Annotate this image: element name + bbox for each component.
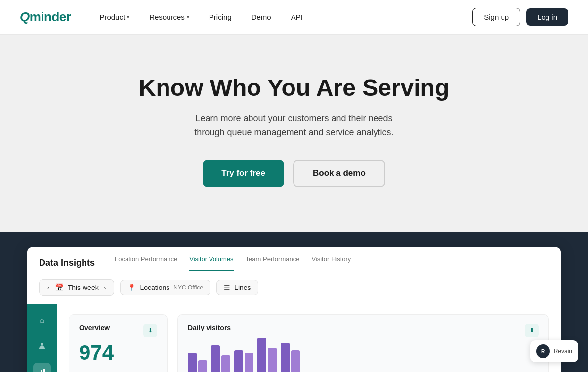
nav-item-resources[interactable]: Resources ▾ bbox=[140, 9, 198, 25]
lines-filter[interactable]: ☰ Lines bbox=[216, 280, 258, 295]
logo[interactable]: Qminder bbox=[20, 9, 71, 25]
bar-purple bbox=[211, 345, 220, 372]
bar-purple bbox=[188, 353, 197, 372]
period-display: 📅 This week bbox=[55, 283, 99, 292]
hero-buttons: Try for free Book a demo bbox=[10, 160, 578, 187]
bar-chart bbox=[188, 345, 539, 372]
sidebar-visitors-icon[interactable] bbox=[33, 337, 51, 355]
dashboard-sidebar: ⌂ bbox=[27, 304, 57, 372]
signup-button[interactable]: Sign up bbox=[472, 8, 520, 26]
revain-logo: R bbox=[536, 344, 550, 358]
bar-violet bbox=[221, 355, 230, 372]
tab-visitor-volumes[interactable]: Visitor Volumes bbox=[189, 255, 233, 271]
sidebar-home-icon[interactable]: ⌂ bbox=[33, 311, 51, 329]
bar-group bbox=[257, 338, 277, 372]
lines-icon: ☰ bbox=[224, 284, 230, 291]
dashboard-main: Overview ⬇ 974 Daily visitors ⬇ bbox=[57, 304, 561, 372]
bar-group bbox=[234, 350, 253, 372]
bar-group bbox=[188, 353, 207, 372]
dashboard-tabs: Location Performance Visitor Volumes Tea… bbox=[115, 255, 351, 271]
tab-visitor-history[interactable]: Visitor History bbox=[311, 255, 351, 271]
bar-purple bbox=[234, 350, 243, 372]
nav-item-api[interactable]: API bbox=[282, 9, 312, 25]
filters-row: ‹ 📅 This week › 📍 Locations NYC Office ☰… bbox=[27, 271, 561, 304]
dashboard-header: Data Insights Location Performance Visit… bbox=[27, 247, 561, 271]
login-button[interactable]: Log in bbox=[526, 8, 568, 26]
hero-heading: Know Who You Are Serving bbox=[10, 74, 578, 101]
tab-team-performance[interactable]: Team Performance bbox=[246, 255, 300, 271]
dashboard-card: Data Insights Location Performance Visit… bbox=[27, 247, 561, 372]
daily-visitors-header: Daily visitors ⬇ bbox=[188, 324, 539, 337]
sidebar-chart-icon[interactable] bbox=[33, 363, 51, 372]
bar-violet bbox=[291, 350, 300, 372]
bar-violet bbox=[268, 348, 277, 372]
dashboard-title: Data Insights bbox=[39, 258, 95, 268]
daily-visitors-card: Daily visitors ⬇ bbox=[177, 314, 549, 372]
navbar: Qminder Product ▾ Resources ▾ Pricing De… bbox=[0, 0, 588, 35]
revain-badge: R Revain bbox=[530, 340, 578, 362]
bar-violet bbox=[198, 360, 207, 372]
overview-download-button[interactable]: ⬇ bbox=[143, 324, 157, 337]
nav-links: Product ▾ Resources ▾ Pricing Demo API bbox=[90, 9, 472, 25]
svg-rect-3 bbox=[43, 369, 45, 372]
chevron-down-icon: ▾ bbox=[127, 14, 129, 20]
next-period-button[interactable]: › bbox=[102, 284, 108, 291]
bar-purple bbox=[257, 338, 266, 372]
tab-location-performance[interactable]: Location Performance bbox=[115, 255, 177, 271]
prev-period-button[interactable]: ‹ bbox=[45, 284, 52, 291]
book-demo-button[interactable]: Book a demo bbox=[293, 160, 385, 187]
bar-purple bbox=[281, 343, 290, 372]
period-filter: ‹ 📅 This week › bbox=[39, 279, 114, 296]
hero-subtext: Learn more about your customers and thei… bbox=[190, 111, 398, 140]
nav-item-pricing[interactable]: Pricing bbox=[200, 9, 241, 25]
svg-point-0 bbox=[41, 343, 43, 346]
bar-violet bbox=[245, 353, 253, 372]
try-for-free-button[interactable]: Try for free bbox=[203, 160, 284, 187]
dashboard-section: Data Insights Location Performance Visit… bbox=[0, 232, 588, 372]
nav-item-demo[interactable]: Demo bbox=[243, 9, 280, 25]
logo-text: Qminder bbox=[20, 9, 71, 25]
hero-section: Know Who You Are Serving Learn more abou… bbox=[0, 35, 588, 232]
dashboard-body: ⌂ bbox=[27, 304, 561, 372]
bar-group bbox=[211, 345, 230, 372]
chevron-down-icon: ▾ bbox=[187, 14, 189, 20]
svg-rect-2 bbox=[41, 370, 42, 372]
bar-group bbox=[281, 343, 300, 372]
calendar-icon: 📅 bbox=[55, 283, 64, 292]
location-icon: 📍 bbox=[127, 284, 136, 291]
nav-item-product[interactable]: Product ▾ bbox=[90, 9, 138, 25]
location-filter[interactable]: 📍 Locations NYC Office bbox=[120, 280, 210, 295]
overview-number: 974 bbox=[79, 342, 157, 363]
nav-actions: Sign up Log in bbox=[472, 8, 568, 26]
overview-card: Overview ⬇ 974 bbox=[69, 314, 168, 372]
daily-download-button[interactable]: ⬇ bbox=[525, 324, 539, 337]
overview-header: Overview ⬇ bbox=[79, 324, 157, 337]
